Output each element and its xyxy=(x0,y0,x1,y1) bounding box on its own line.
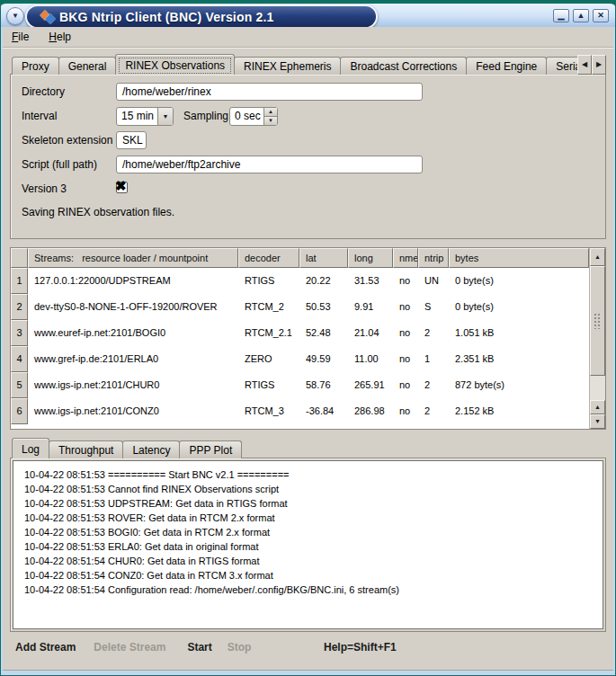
cell-mountpoint: dev-ttyS0-8-NONE-1-OFF-19200/ROVER xyxy=(28,294,238,320)
tab-general[interactable]: General xyxy=(58,57,117,75)
help-shortcut-label: Help=Shift+F1 xyxy=(324,641,397,654)
cell-lat: 49.59 xyxy=(299,346,348,372)
log-line: 10-04-22 08:51:53 ========== Start BNC v… xyxy=(24,467,603,482)
scrollbar-thumb[interactable] xyxy=(590,266,605,376)
table-row[interactable]: 6 www.igs-ip.net:2101/CONZ0 RTCM_3 -36.8… xyxy=(11,398,589,424)
rinex-observations-pane: Directory /home/weber/rinex Interval 15 … xyxy=(10,74,606,239)
output-tabbar: Log Throughput Latency PPP Plot xyxy=(10,438,606,458)
row-number[interactable]: 2 xyxy=(11,294,28,320)
header-mountpoint[interactable]: Streams: resource loader / mountpoint xyxy=(28,248,238,268)
arrow-up-icon: ▲ xyxy=(594,254,601,260)
cell-bytes: 1.051 kB xyxy=(449,320,589,346)
spin-up-button[interactable]: ▲ xyxy=(264,108,277,117)
script-path-label: Script (full path) xyxy=(22,156,97,173)
interval-select[interactable]: 15 min ▼ xyxy=(116,107,174,126)
scroll-up-button-bottom[interactable]: ▲ xyxy=(590,400,605,414)
scroll-up-button[interactable]: ▲ xyxy=(590,248,605,266)
row-number[interactable]: 1 xyxy=(11,268,28,294)
header-lat[interactable]: lat xyxy=(299,248,348,268)
add-stream-button[interactable]: Add Stream xyxy=(15,641,76,654)
script-path-input[interactable]: /home/weber/ftp2archive xyxy=(116,156,423,173)
stop-button[interactable]: Stop xyxy=(228,641,252,654)
tab-scroll-right-button[interactable]: ▶ xyxy=(592,55,606,75)
header-bytes[interactable]: bytes xyxy=(449,248,589,268)
header-ntrip[interactable]: ntrip xyxy=(418,248,449,268)
settings-tabbar: Proxy General RINEX Observations RINEX E… xyxy=(10,54,606,75)
cell-nmea: no xyxy=(393,398,418,424)
cell-mountpoint: www.igs-ip.net:2101/CHUR0 xyxy=(28,372,238,398)
table-row[interactable]: 4 www.gref-ip.de:2101/ERLA0 ZERO 49.59 1… xyxy=(11,346,589,372)
tab-scroll-left-button[interactable]: ◀ xyxy=(577,55,592,75)
tab-rinex-ephemeris[interactable]: RINEX Ephemeris xyxy=(234,57,341,75)
cell-decoder: ZERO xyxy=(238,346,299,372)
table-row[interactable]: 2 dev-ttyS0-8-NONE-1-OFF-19200/ROVER RTC… xyxy=(11,294,589,320)
cell-nmea: no xyxy=(393,268,418,294)
table-row[interactable]: 1 127.0.0.1:22000/UDPSTREAM RTIGS 20.22 … xyxy=(11,268,589,294)
maximize-button[interactable]: ▲ xyxy=(573,9,589,22)
titlebar: ▼ BKG Ntrip Client (BNC) Version 2.1 ▁ ▲… xyxy=(1,1,615,27)
sampling-value: 0 sec xyxy=(230,108,263,125)
cell-lat: 58.76 xyxy=(299,372,348,398)
header-nmea[interactable]: nmea xyxy=(393,248,418,268)
app-window: ▼ BKG Ntrip Client (BNC) Version 2.1 ▁ ▲… xyxy=(0,0,616,676)
app-icon xyxy=(40,11,55,23)
window-menu-button[interactable]: ▼ xyxy=(6,7,24,25)
table-row[interactable]: 3 www.euref-ip.net:2101/BOGI0 RTCM_2.1 5… xyxy=(11,320,589,346)
skeleton-extension-input[interactable]: SKL xyxy=(116,131,147,149)
cell-long: 31.53 xyxy=(348,268,393,294)
tab-latency[interactable]: Latency xyxy=(122,440,180,458)
menu-help[interactable]: Help xyxy=(49,31,71,43)
row-number[interactable]: 6 xyxy=(11,398,28,424)
close-button[interactable]: ✕ xyxy=(593,9,609,22)
scroll-down-button[interactable]: ▼ xyxy=(590,414,605,429)
row-number[interactable]: 4 xyxy=(11,346,28,372)
cell-lat: 52.48 xyxy=(299,320,348,346)
tab-ppp-plot[interactable]: PPP Plot xyxy=(179,440,242,458)
tab-broadcast-corrections[interactable]: Broadcast Corrections xyxy=(340,57,467,75)
directory-input[interactable]: /home/weber/rinex xyxy=(116,83,423,101)
pane-status-note: Saving RINEX observation files. xyxy=(22,206,174,218)
table-row[interactable]: 5 www.igs-ip.net:2101/CHUR0 RTIGS 58.76 … xyxy=(11,372,589,398)
row-number[interactable]: 5 xyxy=(11,372,28,398)
table-scrollbar[interactable]: ▲ ▲ ▼ xyxy=(589,248,605,429)
row-number[interactable]: 3 xyxy=(11,320,28,346)
tab-throughput[interactable]: Throughput xyxy=(49,440,123,458)
cell-long: 9.91 xyxy=(348,294,393,320)
log-textarea[interactable]: 10-04-22 08:51:53 ========== Start BNC v… xyxy=(13,460,603,629)
header-long[interactable]: long xyxy=(348,248,393,268)
tab-rinex-observations[interactable]: RINEX Observations xyxy=(115,54,235,75)
tab-proxy[interactable]: Proxy xyxy=(12,57,59,75)
version3-checkbox[interactable]: ✖ xyxy=(116,182,128,193)
cell-nmea: no xyxy=(393,320,418,346)
cell-bytes: 2.351 kB xyxy=(449,346,589,372)
window-frame: File Help Proxy General RINEX Observatio… xyxy=(1,27,615,675)
sampling-stepper[interactable]: 0 sec ▲ ▼ xyxy=(229,107,278,126)
start-button[interactable]: Start xyxy=(187,641,211,654)
cell-ntrip: UN xyxy=(418,268,449,294)
tab-log[interactable]: Log xyxy=(12,438,49,458)
cell-bytes: 2.152 kB xyxy=(449,398,589,424)
cell-bytes: 0 byte(s) xyxy=(449,294,589,320)
arrow-up-icon: ▲ xyxy=(594,404,601,410)
checkmark-icon: ✖ xyxy=(115,178,127,194)
delete-stream-button[interactable]: Delete Stream xyxy=(94,641,165,654)
version3-label: Version 3 xyxy=(22,180,67,198)
chevron-down-icon: ▼ xyxy=(163,113,169,120)
streams-table-header: Streams: resource loader / mountpoint de… xyxy=(11,248,589,268)
chevron-down-icon: ▼ xyxy=(12,12,19,20)
cell-ntrip: 2 xyxy=(418,372,449,398)
header-decoder[interactable]: decoder xyxy=(238,248,299,268)
cell-decoder: RTCM_3 xyxy=(238,398,299,424)
window-title: BKG Ntrip Client (BNC) Version 2.1 xyxy=(59,10,274,24)
tab-feed-engine[interactable]: Feed Engine xyxy=(466,57,547,75)
minimize-button[interactable]: ▁ xyxy=(553,9,569,22)
streams-table: Streams: resource loader / mountpoint de… xyxy=(10,247,606,430)
interval-value: 15 min xyxy=(117,108,157,125)
arrow-down-icon: ▼ xyxy=(594,418,601,424)
cell-lat: 50.53 xyxy=(299,294,348,320)
cell-mountpoint: www.euref-ip.net:2101/BOGI0 xyxy=(28,320,238,346)
scrollbar-track[interactable] xyxy=(590,376,605,400)
spin-down-button[interactable]: ▼ xyxy=(264,117,277,125)
interval-dropdown-button[interactable]: ▼ xyxy=(157,108,173,125)
menu-file[interactable]: File xyxy=(12,31,29,43)
